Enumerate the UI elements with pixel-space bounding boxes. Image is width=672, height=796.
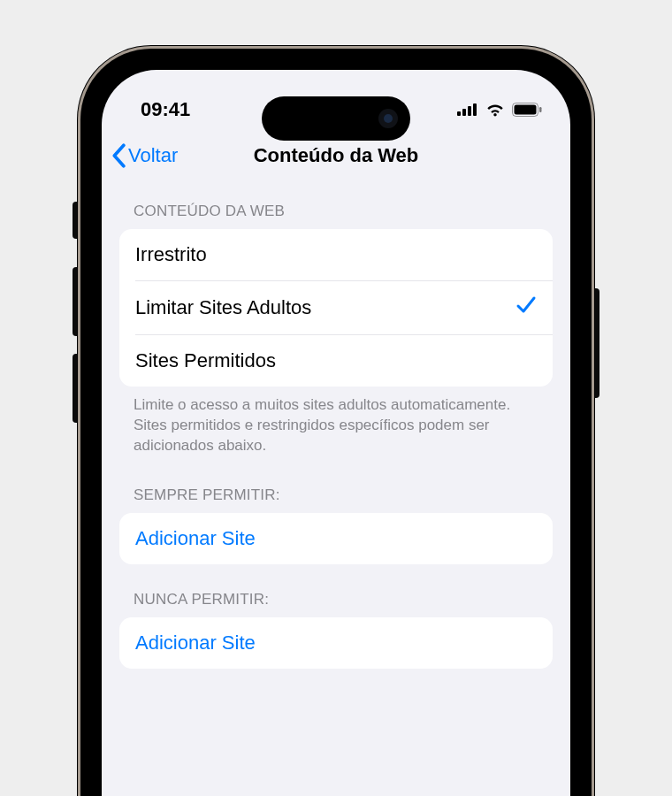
option-allowed-only[interactable]: Sites Permitidos (135, 334, 553, 387)
phone-volume-down (73, 354, 80, 423)
status-time: 09:41 (141, 98, 190, 121)
option-limit-adult-label: Limitar Sites Adultos (135, 296, 311, 319)
back-button[interactable]: Voltar (111, 143, 178, 168)
always-allow-group: Adicionar Site (119, 513, 553, 564)
web-content-group: Irrestrito Limitar Sites Adultos Sites P… (119, 229, 553, 387)
screen: 09:41 (102, 70, 570, 796)
checkmark-icon (515, 295, 537, 320)
svg-rect-1 (462, 109, 466, 116)
web-content-footer: Limite o acesso a muitos sites adultos a… (119, 387, 553, 456)
section-header-never-allow: NUNCA PERMITIR: (119, 591, 553, 617)
option-unrestricted-label: Irrestrito (135, 243, 207, 266)
back-label: Voltar (128, 144, 178, 167)
option-limit-adult[interactable]: Limitar Sites Adultos (135, 280, 553, 334)
svg-rect-0 (457, 111, 461, 116)
cellular-icon (457, 103, 478, 116)
add-site-always-allow-label: Adicionar Site (135, 527, 256, 550)
phone-volume-up (73, 267, 80, 336)
battery-icon (512, 103, 542, 117)
phone-silent-switch (73, 202, 80, 239)
add-site-never-allow-label: Adicionar Site (135, 631, 256, 654)
phone-frame: 09:41 (80, 49, 592, 796)
section-header-always-allow: SEMPRE PERMITIR: (119, 486, 553, 513)
svg-rect-2 (468, 106, 471, 116)
svg-rect-6 (539, 107, 542, 112)
front-camera (378, 109, 398, 128)
option-allowed-only-label: Sites Permitidos (135, 349, 276, 372)
svg-rect-3 (473, 103, 477, 116)
page-title: Conteúdo da Web (254, 144, 419, 167)
option-unrestricted[interactable]: Irrestrito (119, 229, 553, 280)
chevron-left-icon (111, 143, 126, 168)
dynamic-island (262, 96, 410, 141)
never-allow-group: Adicionar Site (119, 617, 553, 669)
wifi-icon (485, 103, 505, 117)
add-site-never-allow[interactable]: Adicionar Site (119, 617, 553, 669)
section-header-web-content: CONTEÚDO DA WEB (119, 203, 553, 229)
add-site-always-allow[interactable]: Adicionar Site (119, 513, 553, 564)
svg-rect-5 (515, 105, 537, 115)
phone-power-button (592, 288, 599, 398)
